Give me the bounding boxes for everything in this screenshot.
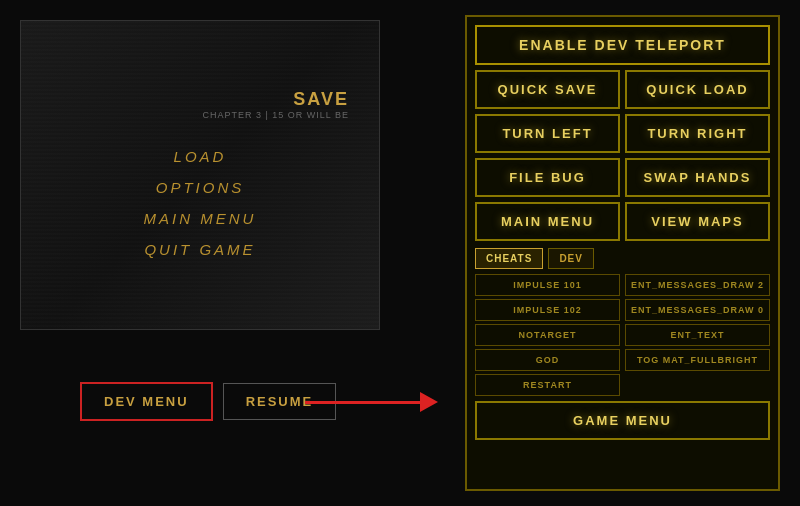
chapter-label: CHAPTER 3 | 15 OR WILL BE bbox=[51, 110, 349, 120]
dev-tab[interactable]: DEV bbox=[548, 248, 594, 269]
cheat-col-right: ENT_MESSAGES_DRAW 2 ENT_MESSAGES_DRAW 0 … bbox=[625, 274, 770, 396]
quick-save-load-row: QUICK SAVE QUICK LOAD bbox=[475, 70, 770, 109]
save-title: SAVE bbox=[51, 89, 349, 110]
swap-hands-button[interactable]: SWAP HANDS bbox=[625, 158, 770, 197]
god-button[interactable]: GOD bbox=[475, 349, 620, 371]
quick-load-button[interactable]: QUICK LOAD bbox=[625, 70, 770, 109]
quit-game-menu-item[interactable]: QUIT GAME bbox=[51, 238, 349, 261]
arrow-head bbox=[420, 392, 438, 412]
ent-messages-draw2-button[interactable]: ENT_MESSAGES_DRAW 2 bbox=[625, 274, 770, 296]
enable-dev-teleport-button[interactable]: ENABLE DEV TELEPORT bbox=[475, 25, 770, 65]
file-bug-button[interactable]: FILE BUG bbox=[475, 158, 620, 197]
main-menu-dev-button[interactable]: MAIN MENU bbox=[475, 202, 620, 241]
ent-text-button[interactable]: ENT_TEXT bbox=[625, 324, 770, 346]
impulse-101-button[interactable]: IMPULSE 101 bbox=[475, 274, 620, 296]
save-section: SAVE CHAPTER 3 | 15 OR WILL BE bbox=[51, 89, 349, 120]
file-bug-swap-row: FILE BUG SWAP HANDS bbox=[475, 158, 770, 197]
left-menu-panel: SAVE CHAPTER 3 | 15 OR WILL BE LOAD OPTI… bbox=[20, 20, 380, 330]
turn-row: TURN LEFT TURN RIGHT bbox=[475, 114, 770, 153]
bottom-buttons-container: DEV MENU RESUME bbox=[80, 382, 336, 421]
main-menu-view-maps-row: MAIN MENU VIEW MAPS bbox=[475, 202, 770, 241]
menu-items-list: LOAD OPTIONS MAIN MENU QUIT GAME bbox=[51, 145, 349, 261]
main-menu-item[interactable]: MAIN MENU bbox=[51, 207, 349, 230]
options-menu-item[interactable]: OPTIONS bbox=[51, 176, 349, 199]
quick-save-button[interactable]: QUICK SAVE bbox=[475, 70, 620, 109]
turn-left-button[interactable]: TURN LEFT bbox=[475, 114, 620, 153]
restart-button[interactable]: RESTART bbox=[475, 374, 620, 396]
dev-menu-button[interactable]: DEV MENU bbox=[80, 382, 213, 421]
cheats-dev-tabs: CHEATS DEV bbox=[475, 248, 770, 269]
view-maps-button[interactable]: VIEW MAPS bbox=[625, 202, 770, 241]
cheat-col-left: IMPULSE 101 IMPULSE 102 NOTARGET GOD RES… bbox=[475, 274, 620, 396]
impulse-102-button[interactable]: IMPULSE 102 bbox=[475, 299, 620, 321]
game-menu-button[interactable]: GAME MENU bbox=[475, 401, 770, 440]
dev-menu-panel: ENABLE DEV TELEPORT QUICK SAVE QUICK LOA… bbox=[465, 15, 780, 491]
notarget-button[interactable]: NOTARGET bbox=[475, 324, 620, 346]
arrow-indicator bbox=[305, 387, 445, 417]
tog-mat-fullbright-button[interactable]: TOG MAT_FULLBRIGHT bbox=[625, 349, 770, 371]
cheat-items-container: IMPULSE 101 IMPULSE 102 NOTARGET GOD RES… bbox=[475, 274, 770, 396]
load-menu-item[interactable]: LOAD bbox=[51, 145, 349, 168]
arrow-line bbox=[305, 401, 420, 404]
turn-right-button[interactable]: TURN RIGHT bbox=[625, 114, 770, 153]
ent-messages-draw0-button[interactable]: ENT_MESSAGES_DRAW 0 bbox=[625, 299, 770, 321]
cheats-tab[interactable]: CHEATS bbox=[475, 248, 543, 269]
